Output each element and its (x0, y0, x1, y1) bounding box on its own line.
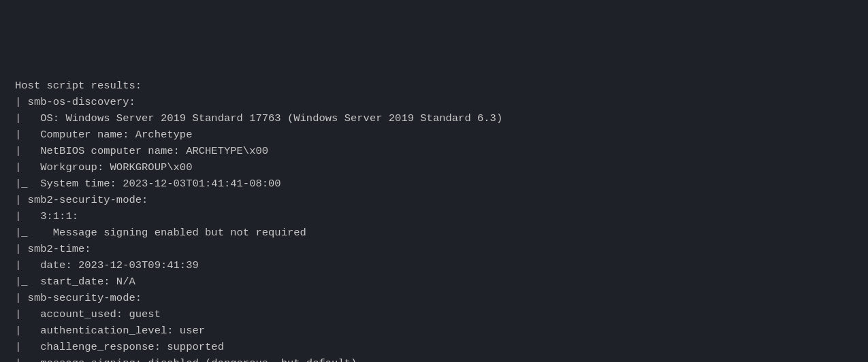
terminal-line: | Workgroup: WORKGROUP\x00 (15, 159, 853, 176)
terminal-window: Host script results:| smb-os-discovery:|… (0, 0, 868, 362)
terminal-line: | account_used: guest (15, 306, 853, 323)
terminal-line: | date: 2023-12-03T09:41:39 (15, 257, 853, 274)
terminal-line: |_ start_date: N/A (15, 274, 853, 290)
terminal-line: | 3:1:1: (15, 208, 853, 225)
terminal-line: | smb2-time: (15, 241, 853, 257)
terminal-line: |_ System time: 2023-12-03T01:41:41-08:0… (15, 176, 853, 192)
terminal-line: | Computer name: Archetype (15, 127, 853, 143)
terminal-line: Host script results: (15, 78, 853, 94)
terminal-line: |_ message_signing: disabled (dangerous,… (15, 355, 853, 362)
terminal-line: | smb-security-mode: (15, 290, 853, 306)
terminal-line: | NetBIOS computer name: ARCHETYPE\x00 (15, 143, 853, 159)
terminal-line: | smb2-security-mode: (15, 192, 853, 208)
terminal-line: |_ Message signing enabled but not requi… (15, 225, 853, 241)
terminal-line: | smb-os-discovery: (15, 94, 853, 110)
terminal-content: Host script results:| smb-os-discovery:|… (15, 45, 853, 362)
terminal-line: | authentication_level: user (15, 323, 853, 339)
terminal-line: | challenge_response: supported (15, 339, 853, 355)
terminal-line: | OS: Windows Server 2019 Standard 17763… (15, 110, 853, 127)
